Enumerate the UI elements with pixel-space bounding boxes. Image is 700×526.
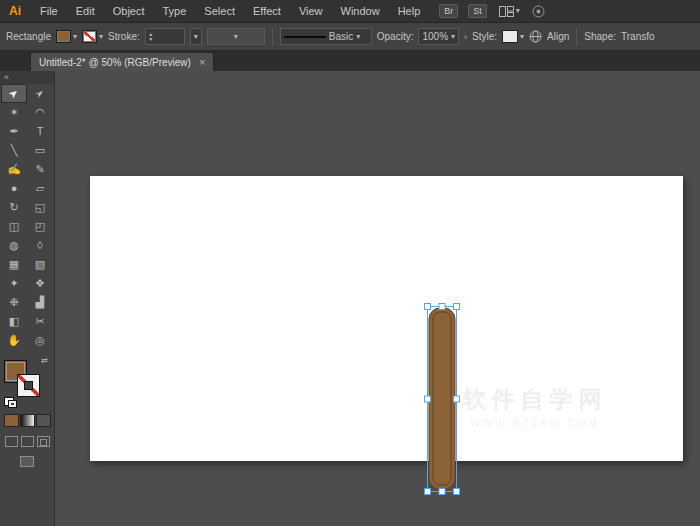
canvas-area[interactable]: 软件自学网 WWW.RJZXW.COM xyxy=(55,71,700,526)
blob-brush-tool[interactable]: ● xyxy=(1,179,27,198)
type-tool[interactable]: T xyxy=(27,122,53,141)
direct-selection-tool[interactable]: ➢ xyxy=(27,84,53,103)
none-button[interactable] xyxy=(36,414,51,427)
draw-behind-button[interactable] xyxy=(21,436,34,447)
magic-wand-tool[interactable]: ✶ xyxy=(1,103,27,122)
opacity-label: Opacity: xyxy=(377,31,414,42)
draw-inside-button[interactable] xyxy=(37,436,50,447)
selection-tool[interactable]: ➤ xyxy=(1,84,27,103)
perspective-grid-tool-icon: ◊ xyxy=(37,240,42,251)
pen-tool[interactable]: ✒ xyxy=(1,122,27,141)
perspective-grid-tool[interactable]: ◊ xyxy=(27,236,53,255)
close-icon[interactable]: × xyxy=(199,56,205,68)
stroke-weight-label: Stroke: xyxy=(108,31,140,42)
toolbar-stroke-swatch[interactable] xyxy=(17,374,40,397)
menu-object[interactable]: Object xyxy=(104,0,154,22)
line-segment-tool[interactable]: ╲ xyxy=(1,141,27,160)
rectangle-tool-icon: ▭ xyxy=(35,145,45,156)
pencil-tool-icon: ✎ xyxy=(35,164,44,175)
handle-top-right xyxy=(454,304,460,310)
symbol-sprayer-tool[interactable]: ❉ xyxy=(1,293,27,312)
pen-tool-icon: ✒ xyxy=(9,126,18,137)
stroke-weight-dropdown[interactable]: ▾ xyxy=(190,28,202,45)
mesh-tool[interactable]: ▦ xyxy=(1,255,27,274)
sync-settings-control[interactable] xyxy=(532,5,545,18)
document-setup-globe-icon[interactable] xyxy=(529,30,542,43)
default-fill-stroke-icon[interactable] xyxy=(4,397,14,406)
drawing-mode-buttons xyxy=(0,436,54,447)
hand-tool-icon: ✋ xyxy=(7,335,21,346)
plank-shape[interactable] xyxy=(429,308,455,489)
hand-tool[interactable]: ✋ xyxy=(1,331,27,350)
slice-tool[interactable]: ✂ xyxy=(27,312,53,331)
tools-grid: ➤ ➢ ✶ ◠ ✒ T ╲ ▭ ✍ ✎ ● ▱ ↻ ◱ ◫ ◰ ◍ ◊ ▦ ▧ xyxy=(0,84,54,350)
menu-help[interactable]: Help xyxy=(389,0,430,22)
column-graph-tool[interactable]: ▟ xyxy=(27,293,53,312)
stroke-color-control[interactable]: ▾ xyxy=(82,30,103,43)
scale-tool[interactable]: ◱ xyxy=(27,198,53,217)
artboard[interactable] xyxy=(90,176,683,461)
app-logo: Ai xyxy=(0,4,31,18)
menu-view[interactable]: View xyxy=(290,0,332,22)
bridge-button[interactable]: Br xyxy=(439,4,458,18)
lasso-tool-icon: ◠ xyxy=(35,107,45,118)
brush-definition-dropdown[interactable]: Basic ▾ xyxy=(280,28,372,45)
transform-label[interactable]: Transfo xyxy=(621,31,655,42)
stepper-arrows-icon[interactable]: ▴▾ xyxy=(146,32,156,42)
type-tool-icon: T xyxy=(37,126,44,137)
blend-tool[interactable]: ❖ xyxy=(27,274,53,293)
menu-edit[interactable]: Edit xyxy=(67,0,104,22)
style-label: Style: xyxy=(472,31,497,42)
eyedropper-tool[interactable]: ✦ xyxy=(1,274,27,293)
zoom-tool[interactable]: ◎ xyxy=(27,331,53,350)
stroke-weight-stepper[interactable]: ▴▾ xyxy=(145,28,185,45)
sync-settings-icon xyxy=(532,5,545,18)
color-button[interactable] xyxy=(4,414,19,427)
free-transform-tool[interactable]: ◰ xyxy=(27,217,53,236)
pencil-tool[interactable]: ✎ xyxy=(27,160,53,179)
shape-label[interactable]: Shape: xyxy=(584,31,616,42)
menu-file[interactable]: File xyxy=(31,0,67,22)
fill-swatch[interactable] xyxy=(56,30,71,43)
stock-button[interactable]: St xyxy=(468,4,487,18)
chevron-down-icon: ▾ xyxy=(356,33,360,41)
gradient-tool[interactable]: ▧ xyxy=(27,255,53,274)
chevron-down-icon: ▾ xyxy=(520,33,524,41)
artboard-tool[interactable]: ◧ xyxy=(1,312,27,331)
opacity-dropdown[interactable]: 100% ▾ xyxy=(418,28,459,45)
handle-top-left xyxy=(425,304,431,310)
graphic-style-dropdown[interactable]: ▾ xyxy=(502,30,524,43)
stroke-swatch-hole xyxy=(24,381,33,390)
menu-effect[interactable]: Effect xyxy=(244,0,290,22)
align-label[interactable]: Align xyxy=(547,31,569,42)
chevron-down-icon: ▾ xyxy=(99,33,103,41)
menu-bar: Ai File Edit Object Type Select Effect V… xyxy=(0,0,700,23)
document-tab[interactable]: Untitled-2* @ 50% (RGB/Preview) × xyxy=(30,52,214,71)
opacity-panel-chevron-icon[interactable]: › xyxy=(464,32,467,42)
width-tool[interactable]: ◫ xyxy=(1,217,27,236)
stroke-swatch[interactable] xyxy=(82,30,97,43)
paintbrush-tool[interactable]: ✍ xyxy=(1,160,27,179)
lasso-tool[interactable]: ◠ xyxy=(27,103,53,122)
menu-select[interactable]: Select xyxy=(195,0,244,22)
arrange-documents-control[interactable]: ▾ xyxy=(499,6,520,17)
shape-builder-tool[interactable]: ◍ xyxy=(1,236,27,255)
chevron-down-icon: ▾ xyxy=(73,33,77,41)
artboard-tool-icon: ◧ xyxy=(9,316,19,327)
selected-shape-overlay xyxy=(420,300,464,500)
menu-type[interactable]: Type xyxy=(154,0,196,22)
tools-panel: « ➤ ➢ ✶ ◠ ✒ T ╲ ▭ ✍ ✎ ● ▱ ↻ ◱ ◫ ◰ ◍ ◊ ▦ xyxy=(0,71,55,526)
fill-color-control[interactable]: ▾ xyxy=(56,30,77,43)
menu-window[interactable]: Window xyxy=(332,0,389,22)
handle-bottom-left xyxy=(425,489,431,495)
tools-panel-collapse-button[interactable]: « xyxy=(0,71,54,84)
swap-fill-stroke-icon[interactable]: ⇄ xyxy=(41,356,48,365)
graphic-style-swatch[interactable] xyxy=(502,30,518,43)
variable-width-profile-dropdown[interactable]: ▾ xyxy=(207,28,265,45)
eraser-tool[interactable]: ▱ xyxy=(27,179,53,198)
draw-normal-button[interactable] xyxy=(5,436,18,447)
gradient-button[interactable] xyxy=(20,414,35,427)
screen-mode-button[interactable] xyxy=(20,456,34,467)
rectangle-tool[interactable]: ▭ xyxy=(27,141,53,160)
rotate-tool[interactable]: ↻ xyxy=(1,198,27,217)
